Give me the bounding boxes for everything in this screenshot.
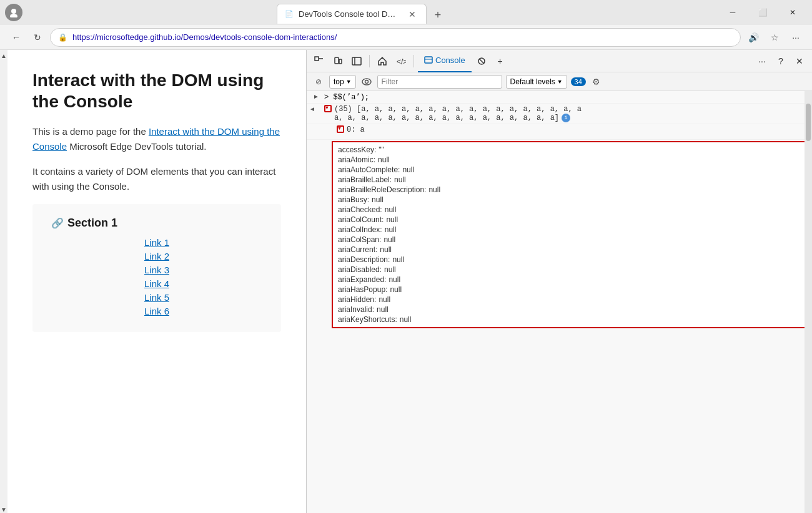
prop-ariaAtomic: ariaAtomic: null [338,155,806,165]
page-content: ▲ ▼ Interact with the DOM using the Cons… [0,50,306,513]
prop-key: ariaColCount: [338,215,384,224]
console-command[interactable]: > $$(ʼaʼ); [324,93,369,102]
link4[interactable]: Link 4 [144,278,169,289]
expand-btn-1[interactable] [324,105,332,112]
prop-key: ariaColSpan: [338,235,381,244]
prop-ariaHasPopup: ariaHasPopup: null [338,285,806,295]
more-button[interactable]: ··· [787,29,805,46]
restore-button[interactable]: ⬜ [748,2,777,22]
console-result-row1: ◄ (35) [a, a, a, a, a, a, a, a, a, a, a,… [307,104,812,124]
prop-key: accessKey: [338,145,376,154]
scroll-down-arrow[interactable]: ▼ [1,506,7,513]
prop-val: null [400,315,412,324]
inspect-element-button[interactable] [310,52,328,70]
prop-key: ariaChecked: [338,205,382,214]
prop-key: ariaInvalid: [338,305,374,314]
prop-ariaCurrent: ariaCurrent: null [338,245,806,255]
link6[interactable]: Link 6 [144,306,169,316]
prop-key: ariaExpanded: [338,275,386,284]
section1-box: 🔗 Section 1 Link 1 Link 2 Link 3 Link 4 … [32,204,281,332]
help-button[interactable]: ? [772,52,790,70]
prop-key: ariaDisabled: [338,265,382,274]
link1[interactable]: Link 1 [144,237,169,248]
more-tools-button[interactable]: ··· [753,52,771,70]
page-description-2: It contains a variety of DOM elements th… [32,164,281,194]
scroll-up-arrow[interactable]: ▲ [1,52,7,59]
console-scrollbar[interactable] [805,91,812,513]
array-items-row1: [a, a, a, a, a, a, a, a, a, a, a, a, a, … [357,105,582,114]
prop-ariaBusy: ariaBusy: null [338,195,806,205]
minimize-button[interactable]: ─ [718,2,747,22]
prop-val: null [384,265,396,274]
list-item: Link 1 [51,237,262,248]
active-tab[interactable]: 📄 DevTools Console tool DOM inte ✕ [277,4,427,24]
link2[interactable]: Link 2 [144,251,169,261]
prop-key: ariaColIndex: [338,225,382,234]
list-item: Link 3 [51,265,262,276]
prop-key: ariaAutoComplete: [338,165,400,174]
prop-key: ariaCurrent: [338,245,377,254]
profile-icon[interactable] [5,4,22,21]
list-item: Link 5 [51,292,262,303]
console-input-line: ► > $$(ʼaʼ); [307,91,812,104]
devtools-panel: </> Console + ··· ? ✕ ⊘ top ▼ [306,50,812,513]
console-settings-button[interactable]: ⚙ [590,75,603,89]
home-button[interactable] [374,52,391,70]
prop-val: null [394,175,406,184]
prop-ariaInvalid: ariaInvalid: null [338,305,806,315]
prop-val: "" [379,145,384,154]
log-levels-selector[interactable]: Default levels ▼ [506,75,567,89]
eye-icon[interactable] [360,75,374,89]
desc-pre: This is a demo page for the [32,126,149,137]
prop-ariaExpanded: ariaExpanded: null [338,275,806,285]
debug-button[interactable] [473,52,490,70]
expand-btn-2[interactable] [337,125,344,133]
svg-point-13 [362,79,371,85]
prop-ariaBrailleRoleDescription: ariaBrailleRoleDescription: null [338,185,806,195]
new-tab-button[interactable]: + [429,6,447,24]
device-emulation-button[interactable] [329,52,347,70]
source-button[interactable]: </> [392,52,410,70]
link5[interactable]: Link 5 [144,292,169,303]
back-button[interactable]: ← [7,29,25,46]
console-lines: ► > $$(ʼaʼ); ◄ (35) [a, a [307,91,812,513]
context-selector[interactable]: top ▼ [329,75,356,89]
link3[interactable]: Link 3 [144,265,169,275]
favorites-button[interactable]: ☆ [766,29,783,46]
prop-val: null [385,205,397,214]
prop-val: null [385,225,397,234]
prop-accessKey: accessKey: "" [338,145,806,155]
prop-ariaChecked: ariaChecked: null [338,205,806,215]
prop-val: null [377,305,389,314]
desc-post: Microsoft Edge DevTools tutorial. [67,141,206,152]
array-count: (35) [334,105,357,114]
svg-point-14 [365,80,368,83]
result-left-arrow[interactable]: ◄ [309,105,315,112]
tab-console[interactable]: Console [418,50,472,72]
svg-rect-6 [352,57,361,65]
prop-key: ariaAtomic: [338,155,375,164]
read-aloud-button[interactable]: 🔊 [745,29,762,46]
prop-val: null [386,215,398,224]
message-count-badge: 34 [571,77,586,86]
levels-chevron-icon: ▼ [557,79,563,85]
console-output-area: ► > $$(ʼaʼ); ◄ (35) [a, a [307,91,812,513]
section1-title: Section 1 [67,217,117,230]
svg-rect-9 [425,57,432,63]
svg-text:</>: </> [397,57,406,66]
object-properties-panel: accessKey: "" ariaAtomic: null ariaAutoC… [332,141,812,328]
sidebar-button[interactable] [348,52,365,70]
svg-rect-4 [335,57,339,64]
filter-input[interactable] [377,75,502,89]
prop-val: null [379,295,390,304]
scrollbar-thumb[interactable] [806,104,811,141]
close-button[interactable]: ✕ [778,2,807,22]
devtools-close-button[interactable]: ✕ [791,52,808,70]
add-button[interactable]: + [492,52,509,70]
list-item: Link 4 [51,278,262,290]
tab-close-button[interactable]: ✕ [406,8,418,21]
clear-console-button[interactable]: ⊘ [312,75,325,89]
prop-key: ariaBrailleLabel: [338,175,392,184]
console-tab-label: Console [435,56,465,65]
refresh-button[interactable]: ↻ [29,29,46,46]
